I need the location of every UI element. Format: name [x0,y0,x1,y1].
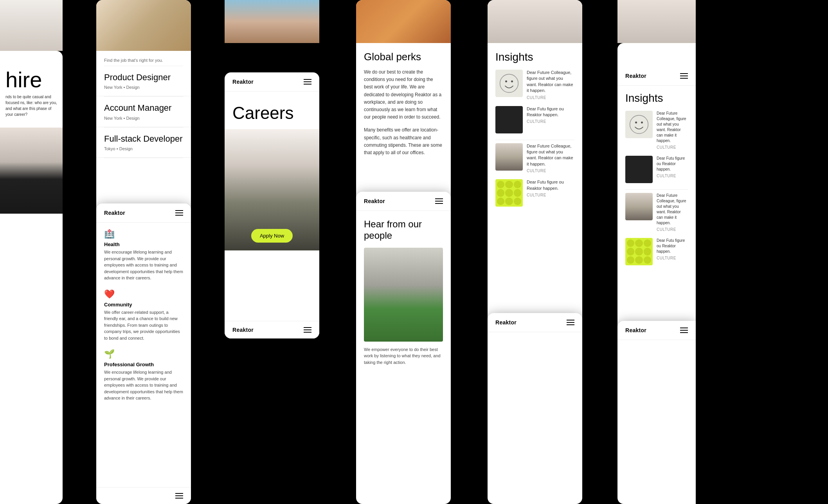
insight-thumb [625,193,653,220]
growth-icon: 🌱 [104,349,183,359]
perks-text2: Many benefits we offer are location-spec… [364,126,443,157]
svg-point-2 [511,81,513,83]
reaktor-logo: Reaktor [625,73,646,79]
card-header: Reaktor [617,67,696,86]
insight-item: Dear Futu figure ou Reaktor happen. CULT… [625,156,688,183]
careers-title: Careers [225,92,319,129]
insight-thumb [495,143,523,171]
benefits-card: Reaktor 🏥 Health We encourage lifelong l… [96,203,191,504]
apply-now-button[interactable]: Apply Now [251,229,293,243]
insight-item: Dear Future Colleague, figure out what y… [495,70,574,100]
insight-item: Dear Futu figure ou Reaktor happen. CULT… [495,179,574,207]
svg-point-0 [500,74,518,93]
reaktor-logo: Reaktor [364,198,385,204]
community-icon: ❤️ [104,289,183,299]
hire-heading: hire [5,69,57,91]
job-meta: New York • Design [104,116,183,121]
benefit-desc: We offer career-related support, a frien… [104,309,183,342]
perks-text1: We do our best to create the conditions … [364,68,443,121]
insight-text: Dear Futu figure ou Reaktor happen. CULT… [657,156,688,183]
insight-item: Dear Future Colleague, figure out what y… [625,193,688,232]
insights-title: Insights [495,51,574,63]
benefit-title: Professional Growth [104,362,183,367]
job-item-fullstack[interactable]: Full-stack Developer Tokyo • Design [96,128,191,158]
benefit-health: 🏥 Health We encourage lifelong learning … [104,229,183,281]
hire-subtext: nds to be quite casual and focused ns, l… [5,94,57,117]
hamburger-menu[interactable] [680,73,688,79]
job-meta: Tokyo • Design [104,146,183,151]
insight-text: Dear Futu figure ou Reaktor happen. CULT… [527,179,574,207]
svg-point-4 [635,122,637,124]
jobs-subtitle: Find the job that's right for you. [96,51,191,66]
benefit-title: Community [104,302,183,308]
insight-thumb [495,179,523,207]
job-title: Full-stack Developer [104,134,183,144]
job-title: Product Designer [104,72,183,83]
careers-card: Reaktor Careers Apply Now Reaktor [225,72,319,338]
insight-item: Dear Future Colleague, figure out what y… [495,143,574,173]
insight-thumb [625,238,653,265]
hamburger-menu-footer[interactable] [304,327,311,333]
insights-card: Insights Dear Future Colleague, figure o… [488,0,582,352]
reaktor-logo: Reaktor [104,210,125,216]
benefit-community: ❤️ Community We offer career-related sup… [104,289,183,342]
benefit-growth: 🌱 Professional Growth We encourage lifel… [104,349,183,401]
reaktor-logo-bottom: Reaktor [232,327,254,333]
insight-thumb [495,106,523,133]
hamburger-menu[interactable] [435,198,443,204]
card-header: Reaktor [356,192,451,211]
job-item-account-manager[interactable]: Account Manager New York • Design [96,97,191,127]
hamburger-menu[interactable] [175,210,183,216]
insight-text: Dear Futu figure ou Reaktor happen. CULT… [657,238,688,265]
hamburger-menu-bottom[interactable] [175,493,183,499]
insight-item: Dear Future Colleague, figure out what y… [625,111,688,149]
insight-text: Dear Future Colleague, figure out what y… [527,143,574,173]
insight-item: Dear Futu figure ou Reaktor happen. CULT… [495,106,574,133]
health-icon: 🏥 [104,229,183,239]
insight-text: Dear Future Colleague, figure out what y… [657,193,688,232]
people-caption: We empower everyone to do their best wor… [364,346,443,366]
reaktor-logo: Reaktor [232,79,254,85]
svg-point-5 [641,122,643,124]
reaktor-logo: Reaktor [495,319,517,326]
card-header: Reaktor [96,203,191,223]
people-title: Hear from our people [364,219,443,241]
job-item-product-designer[interactable]: Product Designer New York • Design [96,66,191,96]
svg-point-3 [630,115,648,134]
job-title: Account Manager [104,103,183,113]
job-meta: New York • Design [104,85,183,90]
insight-text: Dear Future Colleague, figure out what y… [657,111,688,149]
insights-title-right: Insights [625,92,688,104]
hamburger-menu[interactable] [680,328,688,333]
svg-point-1 [505,81,507,83]
insight-thumb [495,70,523,97]
people-card: Reaktor Hear from our people We empower … [356,192,451,504]
card-header: Reaktor [617,321,696,340]
insight-text: Dear Future Colleague, figure out what y… [527,70,574,100]
hire-card: hire nds to be quite casual and focused … [0,51,63,504]
insight-thumb [625,156,653,183]
card-header: Reaktor [225,72,319,92]
benefit-title: Health [104,241,183,247]
insight-item: Dear Futu figure ou Reaktor happen. CULT… [625,238,688,265]
card-header: Reaktor [488,313,582,332]
insight-thumb [625,111,653,138]
perks-title: Global perks [364,51,443,63]
benefit-desc: We encourage lifelong learning and perso… [104,369,183,401]
hamburger-menu[interactable] [304,79,311,85]
far-right-bottom-card: Reaktor [617,321,696,504]
reaktor-logo: Reaktor [625,327,646,333]
reaktor-bottom-card: Reaktor [488,313,582,504]
hamburger-menu[interactable] [567,320,574,325]
benefit-desc: We encourage lifelong learning and perso… [104,249,183,281]
insight-text: Dear Futu figure ou Reaktor happen. CULT… [527,106,574,133]
